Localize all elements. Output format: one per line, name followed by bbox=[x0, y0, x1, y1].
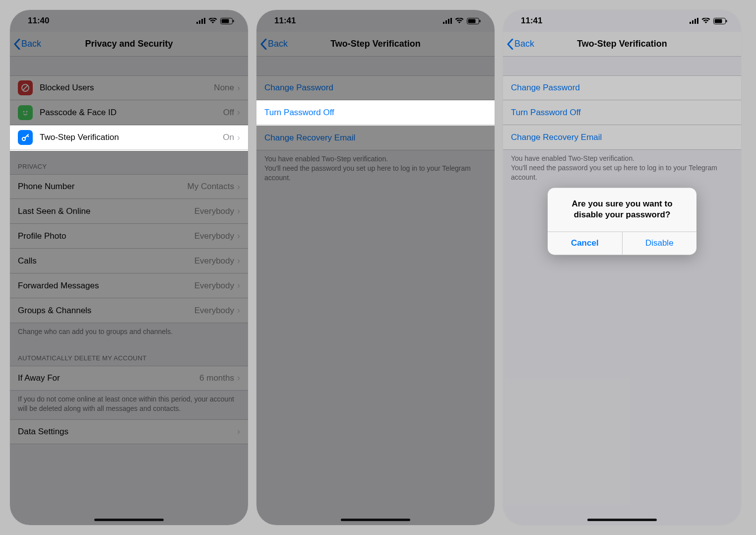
battery-icon bbox=[220, 18, 234, 24]
chevron-right-icon: › bbox=[237, 182, 240, 192]
row-label: Calls bbox=[18, 256, 194, 266]
content: Blocked Users None › Passcode & Face ID … bbox=[10, 57, 248, 444]
passcode-icon bbox=[18, 105, 33, 120]
row-value: On bbox=[223, 133, 234, 142]
row-change-password[interactable]: Change Password bbox=[503, 75, 741, 100]
row-label: Two-Step Verification bbox=[40, 133, 223, 142]
row-calls[interactable]: Calls Everybody › bbox=[10, 249, 248, 273]
status-time: 11:41 bbox=[274, 16, 296, 26]
row-phone-number[interactable]: Phone Number My Contacts › bbox=[10, 174, 248, 199]
two-step-footer: You have enabled Two-Step verification. … bbox=[503, 150, 741, 188]
row-change-password[interactable]: Change Password bbox=[256, 75, 495, 100]
wifi-icon bbox=[455, 18, 464, 24]
blocked-icon bbox=[18, 80, 33, 95]
svg-rect-0 bbox=[196, 22, 198, 24]
row-turn-password-off[interactable]: Turn Password Off bbox=[503, 100, 741, 125]
svg-rect-5 bbox=[222, 19, 229, 23]
nav-bar: Back Two-Step Verification bbox=[503, 32, 741, 57]
svg-point-9 bbox=[23, 111, 25, 112]
row-value: Everybody bbox=[194, 306, 234, 316]
row-forwarded-messages[interactable]: Forwarded Messages Everybody › bbox=[10, 273, 248, 298]
row-last-seen[interactable]: Last Seen & Online Everybody › bbox=[10, 199, 248, 224]
row-value: Everybody bbox=[194, 256, 234, 266]
row-label: Change Password bbox=[264, 83, 487, 93]
status-bar: 11:41 bbox=[503, 10, 741, 32]
row-label: If Away For bbox=[18, 373, 199, 383]
back-label: Back bbox=[514, 39, 534, 49]
row-label: Last Seen & Online bbox=[18, 206, 194, 216]
row-label: Change Recovery Email bbox=[511, 133, 733, 142]
section-header-privacy: PRIVACY bbox=[10, 151, 248, 174]
svg-rect-23 bbox=[694, 19, 696, 24]
row-value: Everybody bbox=[194, 206, 234, 216]
row-two-step-verification[interactable]: Two-Step Verification On › bbox=[10, 125, 248, 150]
svg-rect-19 bbox=[468, 19, 476, 23]
chevron-right-icon: › bbox=[237, 133, 240, 143]
section-header-delete: AUTOMATICALLY DELETE MY ACCOUNT bbox=[10, 342, 248, 366]
row-label: Forwarded Messages bbox=[18, 281, 194, 291]
row-label: Groups & Channels bbox=[18, 306, 194, 316]
row-if-away-for[interactable]: If Away For 6 months › bbox=[10, 366, 248, 391]
chevron-right-icon: › bbox=[237, 206, 240, 216]
key-icon bbox=[18, 130, 33, 145]
chevron-left-icon bbox=[14, 39, 20, 50]
status-time: 11:41 bbox=[521, 16, 542, 26]
row-label: Turn Password Off bbox=[264, 108, 487, 118]
svg-rect-3 bbox=[204, 18, 205, 24]
row-passcode-faceid[interactable]: Passcode & Face ID Off › bbox=[10, 100, 248, 125]
row-label: Phone Number bbox=[18, 182, 188, 192]
svg-rect-15 bbox=[445, 20, 447, 24]
signal-icon bbox=[690, 18, 698, 24]
back-label: Back bbox=[21, 39, 41, 49]
row-blocked-users[interactable]: Blocked Users None › bbox=[10, 75, 248, 100]
row-data-settings[interactable]: Data Settings › bbox=[10, 419, 248, 444]
home-indicator[interactable] bbox=[94, 519, 164, 521]
chevron-right-icon: › bbox=[237, 256, 240, 266]
chevron-right-icon: › bbox=[237, 426, 240, 437]
nav-bar: Back Two-Step Verification bbox=[256, 32, 495, 57]
back-button[interactable]: Back bbox=[14, 39, 41, 50]
back-button[interactable]: Back bbox=[260, 39, 288, 50]
svg-rect-21 bbox=[690, 22, 691, 24]
chevron-right-icon: › bbox=[237, 231, 240, 241]
row-value: Everybody bbox=[194, 231, 234, 241]
svg-rect-6 bbox=[233, 20, 234, 22]
privacy-footer: Change who can add you to groups and cha… bbox=[10, 323, 248, 342]
svg-rect-24 bbox=[697, 18, 698, 24]
row-label: Turn Password Off bbox=[511, 108, 733, 118]
battery-icon bbox=[713, 18, 727, 24]
row-value: My Contacts bbox=[188, 182, 234, 192]
page-title: Privacy and Security bbox=[10, 39, 248, 49]
row-label: Change Recovery Email bbox=[264, 133, 487, 143]
row-value: Off bbox=[223, 108, 234, 118]
status-right bbox=[443, 18, 481, 24]
signal-icon bbox=[443, 18, 452, 24]
svg-rect-2 bbox=[201, 19, 203, 24]
disable-button[interactable]: Disable bbox=[622, 232, 697, 255]
page-title: Two-Step Verification bbox=[503, 39, 741, 49]
signal-icon bbox=[196, 18, 205, 24]
row-change-recovery-email[interactable]: Change Recovery Email bbox=[503, 125, 741, 150]
cancel-button[interactable]: Cancel bbox=[548, 232, 622, 255]
svg-rect-20 bbox=[480, 20, 481, 22]
home-indicator[interactable] bbox=[587, 519, 657, 521]
row-change-recovery-email[interactable]: Change Recovery Email bbox=[256, 126, 495, 150]
svg-line-13 bbox=[27, 135, 28, 136]
row-groups-channels[interactable]: Groups & Channels Everybody › bbox=[10, 298, 248, 323]
row-value: None bbox=[214, 83, 234, 93]
screen-two-step-alert: 11:41 Back Two-Step Verification Change … bbox=[503, 10, 741, 525]
home-indicator[interactable] bbox=[341, 519, 410, 521]
row-profile-photo[interactable]: Profile Photo Everybody › bbox=[10, 224, 248, 249]
chevron-right-icon: › bbox=[237, 107, 240, 118]
chevron-right-icon: › bbox=[237, 280, 240, 291]
content: Change Password Turn Password Off Change… bbox=[503, 57, 741, 188]
nav-bar: Back Privacy and Security bbox=[10, 32, 248, 57]
svg-rect-22 bbox=[692, 20, 693, 24]
back-button[interactable]: Back bbox=[507, 39, 534, 50]
row-label: Blocked Users bbox=[40, 83, 214, 93]
row-turn-password-off[interactable]: Turn Password Off bbox=[256, 100, 495, 125]
svg-rect-16 bbox=[448, 19, 449, 24]
status-time: 11:40 bbox=[28, 16, 49, 26]
svg-rect-26 bbox=[715, 19, 722, 23]
confirm-disable-alert: Are you sure you want to disable your pa… bbox=[548, 188, 696, 255]
